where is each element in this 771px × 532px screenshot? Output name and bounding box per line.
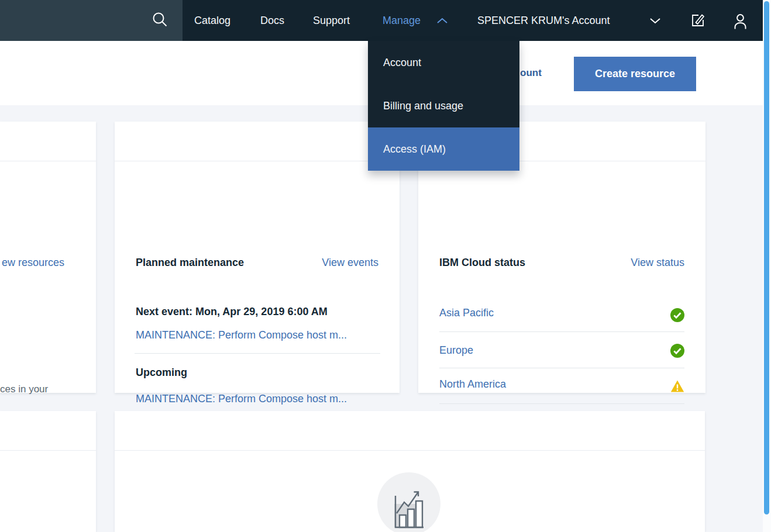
- view-resources-link-partial[interactable]: ew resources: [2, 257, 64, 269]
- view-status-link[interactable]: View status: [631, 257, 684, 269]
- status-ok-icon: [670, 344, 684, 358]
- card-header-divider: [115, 450, 705, 451]
- ibm-cloud-dashboard: Catalog Docs Support Manage SPENCER KRUM…: [0, 0, 771, 532]
- manage-account-link-partial[interactable]: ount: [520, 67, 542, 79]
- region-link-asia-pacific[interactable]: Asia Pacific: [439, 307, 494, 319]
- menu-item-account[interactable]: Account: [368, 41, 519, 84]
- scrollbar-track: [763, 0, 771, 532]
- list-divider: [439, 331, 684, 332]
- user-avatar-icon[interactable]: [732, 0, 748, 41]
- card-header-divider: [0, 161, 96, 161]
- view-events-link[interactable]: View events: [322, 257, 378, 269]
- bar-chart-icon: [390, 478, 428, 532]
- maintenance-event-link[interactable]: MAINTENANCE: Perform Compose host m...: [136, 393, 347, 405]
- support-card: View support: [0, 411, 96, 532]
- scrollbar-thumb[interactable]: [764, 1, 769, 514]
- list-divider: [135, 353, 380, 354]
- edit-icon[interactable]: [689, 0, 705, 41]
- list-divider: [439, 368, 684, 368]
- resource-summary-text-partial: ces in your: [0, 384, 48, 395]
- nav-account-name[interactable]: SPENCER KRUM's Account: [477, 0, 610, 41]
- chevron-up-icon: [436, 0, 448, 41]
- nav-manage[interactable]: Manage: [383, 0, 421, 41]
- status-ok-icon: [670, 308, 684, 322]
- usage-empty-state-badge: [377, 472, 440, 532]
- menu-item-access-iam[interactable]: Access (IAM): [368, 127, 519, 171]
- upcoming-heading: Upcoming: [136, 367, 187, 379]
- planned-maintenance-card: Planned maintenance View events Next eve…: [115, 122, 400, 393]
- top-nav: Catalog Docs Support Manage SPENCER KRUM…: [0, 0, 763, 41]
- region-link-europe[interactable]: Europe: [439, 344, 473, 357]
- manage-dropdown-menu: Account Billing and usage Access (IAM): [368, 41, 519, 171]
- chevron-down-icon[interactable]: [649, 0, 661, 41]
- nav-catalog[interactable]: Catalog: [194, 0, 230, 41]
- cloud-status-title: IBM Cloud status: [439, 257, 525, 269]
- card-header-divider: [0, 450, 96, 451]
- nav-docs[interactable]: Docs: [260, 0, 284, 41]
- search-icon: [151, 11, 168, 30]
- maintenance-event-link[interactable]: MAINTENANCE: Perform Compose host m...: [136, 329, 347, 341]
- next-event-heading: Next event: Mon, Apr 29, 2019 6:00 AM: [136, 306, 328, 318]
- search-button[interactable]: [0, 0, 183, 41]
- planned-maintenance-title: Planned maintenance: [136, 257, 244, 269]
- menu-item-billing-and-usage[interactable]: Billing and usage: [368, 84, 519, 127]
- nav-support[interactable]: Support: [313, 0, 350, 41]
- usage-card: Usage View usage: [115, 411, 705, 532]
- list-divider: [439, 403, 684, 404]
- card-header-divider: [115, 161, 400, 161]
- status-warning-icon: [670, 379, 684, 393]
- region-link-north-america[interactable]: North America: [439, 378, 506, 391]
- resource-summary-card: ew resources ces in your: [0, 122, 96, 393]
- create-resource-button[interactable]: Create resource: [574, 57, 696, 91]
